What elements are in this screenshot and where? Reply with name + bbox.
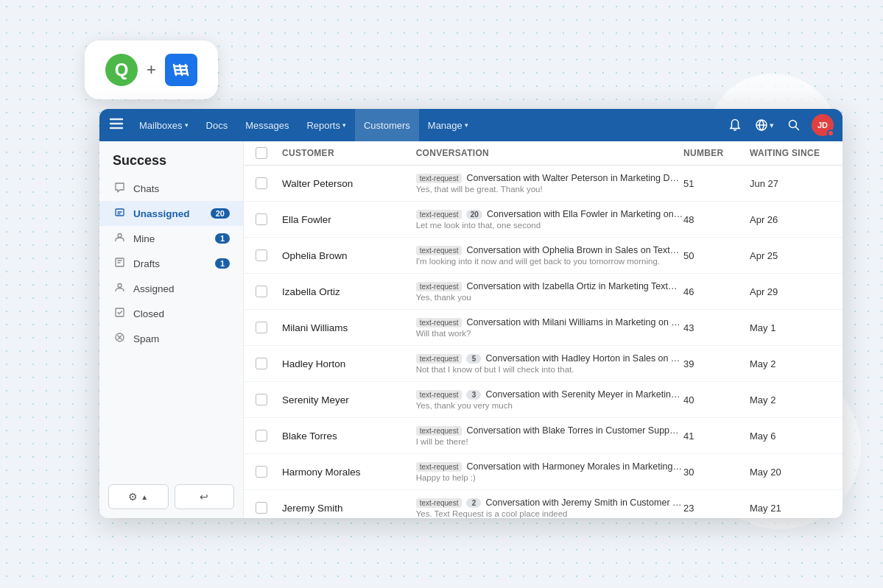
navbar-items: Mailboxes ▾DocsMessagesReports ▾Customer… bbox=[130, 109, 477, 141]
conversation-title: Conversation with Izabella Ortiz in Mark… bbox=[466, 281, 683, 291]
row-checkbox[interactable] bbox=[256, 177, 267, 189]
conversation-tag: text-request bbox=[416, 462, 462, 472]
navbar-item-docs[interactable]: Docs bbox=[197, 109, 237, 141]
row-date: May 1 bbox=[750, 322, 831, 333]
conversation-badge: 20 bbox=[466, 210, 482, 219]
drafts-icon bbox=[113, 257, 126, 270]
row-number: 43 bbox=[683, 322, 750, 333]
row-number: 51 bbox=[683, 178, 750, 189]
conversation-cell: text-requestConversation with Ophelia Br… bbox=[416, 245, 683, 266]
row-number: 41 bbox=[683, 431, 750, 442]
conversation-cell: text-requestConversation with Izabella O… bbox=[416, 281, 683, 302]
table-row[interactable]: Izabella Ortiztext-requestConversation w… bbox=[244, 274, 842, 310]
sidebar-footer: ⚙ ▲ ↩ bbox=[99, 475, 243, 518]
navbar-item-customers[interactable]: Customers bbox=[355, 109, 419, 141]
navbar: Mailboxes ▾DocsMessagesReports ▾Customer… bbox=[99, 109, 842, 141]
sidebar-item-assigned[interactable]: Assigned bbox=[99, 276, 243, 301]
conversation-preview: Yes, thank you very much bbox=[416, 401, 683, 410]
conversation-tag: text-request bbox=[416, 210, 462, 219]
row-date: Apr 26 bbox=[750, 214, 831, 225]
search-button[interactable] bbox=[782, 113, 806, 137]
navbar-item-manage[interactable]: Manage ▾ bbox=[419, 109, 477, 141]
row-checkbox[interactable] bbox=[256, 286, 267, 297]
language-button[interactable]: ▾ bbox=[753, 113, 776, 137]
conversation-title: Conversation with Jeremy Smith in Custom… bbox=[485, 497, 683, 508]
spam-icon bbox=[113, 332, 126, 345]
conversation-preview: Not that I know of but I will check into… bbox=[416, 365, 683, 374]
row-checkbox[interactable] bbox=[256, 394, 267, 405]
row-checkbox[interactable] bbox=[256, 466, 267, 478]
row-checkbox[interactable] bbox=[256, 249, 267, 261]
sidebar-item-mine[interactable]: Mine1 bbox=[99, 226, 243, 251]
mine-icon bbox=[113, 232, 126, 245]
settings-button[interactable]: ⚙ ▲ bbox=[108, 484, 169, 509]
table-header: Customer Conversation Number Waiting Sin… bbox=[244, 141, 842, 166]
conversation-cell: text-requestConversation with Harmoney M… bbox=[416, 461, 683, 482]
sidebar-item-label-chats: Chats bbox=[133, 183, 159, 194]
sidebar-item-unassigned[interactable]: Unassigned20 bbox=[99, 201, 243, 226]
conversation-tag: text-request bbox=[416, 354, 462, 364]
conversation-title: Conversation with Serenity Meyer in Mark… bbox=[485, 389, 683, 400]
customer-name: Blake Torres bbox=[282, 431, 416, 442]
closed-icon bbox=[113, 307, 126, 320]
conversation-cell: text-request2Conversation with Jeremy Sm… bbox=[416, 497, 683, 518]
user-avatar[interactable]: JD bbox=[812, 114, 834, 136]
customer-name: Milani Williams bbox=[282, 322, 416, 333]
conversation-tag: text-request bbox=[416, 174, 462, 183]
conversation-cell: text-request5Conversation with Hadley Ho… bbox=[416, 353, 683, 374]
table-row[interactable]: Harmony Moralestext-requestConversation … bbox=[244, 454, 842, 490]
table-row[interactable]: Hadley Hortontext-request5Conversation w… bbox=[244, 346, 842, 382]
conversation-preview: I will be there! bbox=[416, 437, 683, 446]
svg-point-3 bbox=[118, 234, 122, 238]
conversation-tag: text-request bbox=[416, 498, 462, 508]
navbar-item-reports[interactable]: Reports ▾ bbox=[298, 109, 355, 141]
chevron-icon-reports: ▾ bbox=[342, 121, 346, 129]
row-checkbox[interactable] bbox=[256, 358, 267, 369]
row-checkbox[interactable] bbox=[256, 430, 267, 442]
select-all-checkbox[interactable] bbox=[256, 147, 267, 159]
navbar-item-mailboxes[interactable]: Mailboxes ▾ bbox=[130, 109, 197, 141]
conversation-cell: text-requestConversation with Walter Pet… bbox=[416, 173, 683, 194]
row-number: 46 bbox=[683, 286, 750, 297]
sidebar-item-closed[interactable]: Closed bbox=[99, 301, 243, 326]
navbar-item-messages[interactable]: Messages bbox=[236, 109, 298, 141]
table-row[interactable]: Blake Torrestext-requestConversation wit… bbox=[244, 418, 842, 454]
conversation-title: Conversation with Ella Fowler in Marketi… bbox=[487, 209, 683, 219]
sidebar-title: Success bbox=[99, 141, 243, 176]
conversation-preview: Will that work? bbox=[416, 329, 683, 338]
compose-icon: ↩ bbox=[200, 491, 208, 503]
chevron-up-icon: ▲ bbox=[141, 493, 148, 501]
table-row[interactable]: Milani Williamstext-requestConversation … bbox=[244, 310, 842, 346]
conversation-tag: text-request bbox=[416, 282, 462, 291]
sidebar-item-chats[interactable]: Chats bbox=[99, 176, 243, 201]
row-date: Apr 29 bbox=[750, 286, 831, 297]
sidebar-item-label-drafts: Drafts bbox=[133, 258, 160, 269]
header-customer: Customer bbox=[282, 147, 416, 159]
row-checkbox[interactable] bbox=[256, 502, 267, 514]
row-checkbox[interactable] bbox=[256, 213, 267, 225]
table-row[interactable]: Ophelia Browntext-requestConversation wi… bbox=[244, 238, 842, 274]
logo-plus: + bbox=[147, 60, 156, 79]
header-waiting-since: Waiting Since bbox=[750, 147, 831, 159]
conversation-tag: text-request bbox=[416, 426, 462, 436]
sidebar-item-label-unassigned: Unassigned bbox=[133, 208, 190, 219]
table-row[interactable]: Ella Fowlertext-request20Conversation wi… bbox=[244, 202, 842, 238]
conversation-title: Conversation with Blake Torres in Custom… bbox=[466, 425, 683, 436]
table-body: Walter Petersontext-requestConversation … bbox=[244, 166, 842, 518]
sidebar-item-drafts[interactable]: Drafts1 bbox=[99, 251, 243, 276]
conversation-cell: text-requestConversation with Milani Wil… bbox=[416, 317, 683, 338]
row-checkbox[interactable] bbox=[256, 322, 267, 333]
conversation-badge: 3 bbox=[466, 390, 481, 400]
conversation-cell: text-request20Conversation with Ella Fow… bbox=[416, 209, 683, 230]
notifications-button[interactable] bbox=[723, 113, 747, 137]
table-row[interactable]: Jeremy Smithtext-request2Conversation wi… bbox=[244, 490, 842, 518]
sidebar-item-spam[interactable]: Spam bbox=[99, 326, 243, 351]
table-row[interactable]: Walter Petersontext-requestConversation … bbox=[244, 166, 842, 202]
chevron-icon-mailboxes: ▾ bbox=[185, 121, 189, 129]
table-row[interactable]: Serenity Meyertext-request3Conversation … bbox=[244, 382, 842, 418]
customer-name: Serenity Meyer bbox=[282, 394, 416, 405]
avatar-notification-dot bbox=[827, 130, 834, 137]
conversation-preview: I'm looking into it now and will get bac… bbox=[416, 257, 683, 266]
sidebar-item-label-closed: Closed bbox=[133, 308, 164, 319]
compose-button[interactable]: ↩ bbox=[175, 484, 235, 509]
